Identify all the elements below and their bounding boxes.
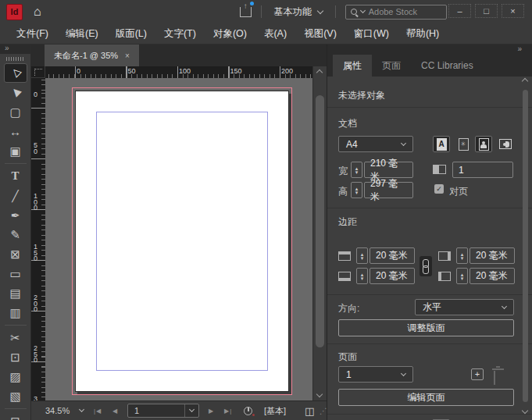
- document-page[interactable]: [75, 91, 289, 392]
- frame-tool[interactable]: ⊠: [0, 244, 30, 264]
- writing-direction-vertical-button[interactable]: ✳: [455, 136, 472, 152]
- zoom-level[interactable]: 34.5%: [45, 401, 70, 420]
- maximize-button[interactable]: □: [475, 4, 498, 18]
- orientation-portrait-button[interactable]: [475, 136, 492, 152]
- gradient-feather-tool[interactable]: ▧: [0, 386, 30, 406]
- pencil-tool[interactable]: ✎: [0, 225, 30, 244]
- gradient-swatch-tool[interactable]: ▨: [0, 367, 30, 386]
- add-page-button[interactable]: +: [471, 368, 484, 380]
- menu-item[interactable]: 表(A): [255, 27, 295, 41]
- scissors-tool[interactable]: ✂: [0, 328, 30, 347]
- menu-item[interactable]: 文件(F): [8, 27, 57, 41]
- zoom-dropdown-icon[interactable]: [80, 401, 84, 420]
- content-collector-tool[interactable]: ▣: [0, 141, 30, 161]
- facing-pages-checkbox[interactable]: ✓: [434, 184, 444, 194]
- scroll-up-icon[interactable]: [316, 69, 323, 76]
- document-tab[interactable]: 未命名-1 @ 35% ×: [45, 44, 139, 66]
- minimize-button[interactable]: –: [448, 4, 471, 18]
- adobe-stock-search-input[interactable]: Adobe Stock: [345, 5, 447, 20]
- margin-inside-stepper[interactable]: ▴▾: [456, 247, 468, 264]
- width-field[interactable]: 210 毫米: [364, 162, 413, 178]
- page-tool[interactable]: ▢: [0, 102, 30, 122]
- scroll-down-icon[interactable]: [316, 391, 323, 397]
- margin-bottom-stepper[interactable]: ▴▾: [356, 268, 368, 284]
- close-tab-icon[interactable]: ×: [125, 52, 130, 60]
- free-transform-tool[interactable]: ⊡: [0, 347, 30, 367]
- direct-selection-tool[interactable]: ▶: [0, 83, 30, 102]
- tab-properties[interactable]: 属性: [333, 55, 372, 77]
- page-count-field[interactable]: 1: [452, 162, 513, 178]
- pen-tool[interactable]: ✒: [0, 205, 30, 225]
- height-stepper[interactable]: ▴▾: [351, 182, 362, 198]
- canvas-vertical-scrollbar[interactable]: [312, 66, 327, 400]
- previous-page-button[interactable]: ◀: [112, 401, 118, 420]
- share-icon[interactable]: ↑: [240, 7, 252, 17]
- panel-scrollbar[interactable]: [519, 77, 532, 420]
- expand-panel-icon[interactable]: »: [5, 44, 9, 52]
- menu-item[interactable]: 版面(L): [107, 27, 155, 41]
- page-size-select[interactable]: A4: [338, 136, 413, 152]
- search-scope-chevron-icon[interactable]: [360, 8, 366, 13]
- margin-top-field[interactable]: 20 毫米: [370, 247, 415, 264]
- close-button[interactable]: ×: [502, 4, 524, 18]
- scrollbar-thumb[interactable]: [523, 90, 528, 402]
- delete-page-icon[interactable]: [494, 371, 495, 385]
- margin-bottom-field[interactable]: 20 毫米: [370, 268, 415, 284]
- step-down-icon[interactable]: ▾: [361, 256, 364, 260]
- next-page-button[interactable]: ▶: [209, 401, 214, 420]
- margin-inside-field[interactable]: 20 毫米: [470, 247, 515, 264]
- margin-outside-field[interactable]: 20 毫米: [470, 268, 515, 284]
- adjust-layout-button[interactable]: 调整版面: [338, 319, 514, 336]
- writing-direction-horizontal-button[interactable]: A: [433, 136, 450, 152]
- tab-cc-libraries[interactable]: CC Libraries: [411, 55, 484, 77]
- rectangle-tool[interactable]: ▭: [0, 264, 30, 283]
- workspace-switcher[interactable]: 基本功能: [271, 5, 326, 19]
- page-select[interactable]: 1: [338, 366, 413, 383]
- menu-item[interactable]: 窗口(W): [345, 27, 398, 41]
- last-page-button[interactable]: ▶|: [224, 401, 232, 420]
- ruler-origin[interactable]: [31, 66, 45, 78]
- preflight-button[interactable]: [244, 401, 252, 420]
- menu-item[interactable]: 视图(V): [295, 27, 345, 41]
- step-down-icon[interactable]: ▾: [355, 170, 359, 174]
- horizontal-grid-tool[interactable]: ▤: [0, 283, 30, 303]
- spread-view-icon[interactable]: ◫: [305, 401, 314, 420]
- selection-tool[interactable]: ▷: [4, 63, 27, 83]
- gap-tool[interactable]: ↔: [0, 122, 30, 141]
- line-tool[interactable]: ╱: [0, 186, 30, 205]
- page-select-chevron[interactable]: [184, 404, 198, 417]
- menu-item[interactable]: 对象(O): [205, 27, 255, 41]
- step-down-icon[interactable]: ▾: [355, 190, 359, 194]
- scrollbar-thumb[interactable]: [316, 95, 324, 347]
- menu-item[interactable]: 文字(T): [155, 27, 205, 41]
- scroll-up-icon[interactable]: [522, 78, 528, 84]
- margin-outside-stepper[interactable]: ▴▾: [456, 268, 468, 284]
- width-stepper[interactable]: ▴▾: [351, 162, 362, 178]
- step-down-icon[interactable]: ▾: [461, 276, 464, 280]
- link-margins-button[interactable]: [420, 256, 432, 276]
- orientation-landscape-button[interactable]: [497, 136, 514, 152]
- height-field[interactable]: 297 毫米: [364, 182, 413, 198]
- home-icon[interactable]: ⌂: [34, 5, 41, 19]
- indesign-window: Id ⌂ ↑ 基本功能 Adobe Stock – □ × 文件(F)编辑(E)…: [0, 0, 532, 420]
- page-number-select[interactable]: 1: [127, 404, 199, 418]
- tab-pages[interactable]: 页面: [372, 55, 411, 77]
- preflight-profile[interactable]: [基本]: [264, 401, 286, 420]
- vertical-ruler[interactable]: 050100150200250300: [31, 78, 45, 400]
- horizontal-ruler[interactable]: 050100150200: [45, 66, 312, 78]
- pasteboard[interactable]: [45, 78, 312, 400]
- scroll-down-icon[interactable]: [522, 408, 528, 414]
- vertical-grid-tool[interactable]: ▥: [0, 303, 30, 322]
- edit-pages-button[interactable]: 编辑页面: [338, 389, 514, 406]
- step-down-icon[interactable]: ▾: [461, 256, 464, 260]
- margin-top-stepper[interactable]: ▴▾: [356, 247, 368, 264]
- direction-select[interactable]: 水平: [415, 299, 514, 315]
- collapse-panel-icon[interactable]: »: [517, 45, 522, 53]
- type-tool[interactable]: T: [0, 166, 30, 186]
- menu-item[interactable]: 编辑(E): [57, 27, 107, 41]
- step-down-icon[interactable]: ▾: [361, 276, 364, 280]
- note-tool[interactable]: ⊟: [0, 411, 30, 420]
- tools-panel-grip[interactable]: [6, 57, 25, 61]
- menu-item[interactable]: 帮助(H): [398, 27, 448, 41]
- first-page-button[interactable]: |◀: [94, 401, 102, 420]
